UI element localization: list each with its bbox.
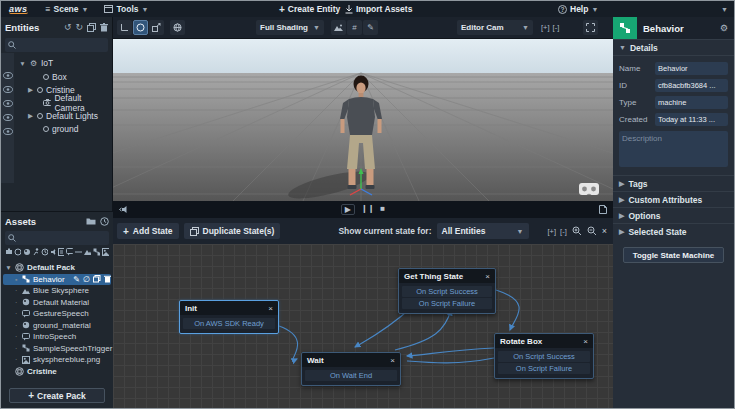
entity-row-default-camera[interactable]: Default Camera bbox=[1, 96, 112, 109]
undo-icon[interactable]: ↺ bbox=[64, 22, 72, 32]
entity-row-ground[interactable]: ground bbox=[1, 122, 112, 135]
fullscreen-icon[interactable] bbox=[583, 20, 598, 35]
filter-entity-icon[interactable] bbox=[5, 248, 12, 256]
stop-button[interactable]: ■ bbox=[380, 204, 385, 215]
description-field[interactable] bbox=[619, 131, 728, 167]
eye-icon[interactable] bbox=[3, 100, 13, 107]
import-assets-button[interactable]: Import Assets bbox=[345, 1, 412, 17]
asset-row-skysphereblue[interactable]: · skysphereblue.png bbox=[1, 354, 113, 366]
trash-icon[interactable] bbox=[104, 275, 111, 283]
asset-row-ground-material[interactable]: · ground_material bbox=[1, 320, 113, 332]
translate-tool-button[interactable] bbox=[117, 20, 132, 35]
zoom-out-icon[interactable] bbox=[587, 226, 597, 236]
asset-pack-default[interactable]: ▼ Default Pack bbox=[1, 262, 113, 274]
gear-icon[interactable]: ⚙ bbox=[720, 23, 734, 33]
play-button[interactable]: ▶ bbox=[341, 204, 355, 215]
asset-row-samplespeechtrigger[interactable]: · SampleSpeechTrigger bbox=[1, 343, 113, 355]
transition-row[interactable]: On Script Failure bbox=[402, 298, 492, 309]
shading-mode-dropdown[interactable]: Full Shading▼ bbox=[256, 20, 324, 35]
transition-row[interactable]: On Script Failure bbox=[498, 363, 590, 374]
add-state-button[interactable]: +Add State bbox=[117, 223, 179, 239]
asset-row-blue-skysphere[interactable]: · Blue Skysphere bbox=[1, 285, 113, 297]
close-icon[interactable]: × bbox=[485, 272, 490, 281]
state-node-init[interactable]: Init× On AWS SDK Ready bbox=[179, 300, 279, 334]
filter-texture-icon[interactable] bbox=[102, 248, 109, 256]
redo-icon[interactable]: ↻ bbox=[75, 22, 83, 32]
state-node-rotate-box[interactable]: Rotate Box× On Script Success On Script … bbox=[494, 333, 594, 379]
vr-headset-icon[interactable] bbox=[579, 183, 599, 195]
eye-icon[interactable] bbox=[3, 72, 13, 79]
entity-row-box[interactable]: Box bbox=[1, 70, 112, 83]
filter-timeline-icon[interactable] bbox=[41, 248, 48, 256]
toggle-state-machine-button[interactable]: Toggle State Machine bbox=[623, 247, 724, 263]
assets-search[interactable] bbox=[5, 231, 109, 245]
eye-icon[interactable] bbox=[3, 114, 13, 121]
folder-icon[interactable] bbox=[86, 217, 96, 225]
close-icon[interactable]: × bbox=[268, 304, 273, 313]
tools-menu[interactable]: Tools▼ bbox=[96, 1, 156, 17]
scale-tool-button[interactable] bbox=[149, 20, 164, 35]
asset-row-introspeech[interactable]: · IntroSpeech bbox=[1, 331, 113, 343]
asset-row-gesturespeech[interactable]: · GestureSpeech bbox=[1, 308, 113, 320]
entities-search[interactable] bbox=[5, 38, 108, 52]
asset-row-behavior[interactable]: ▪ Behavior ✎ ∅ bbox=[3, 274, 111, 286]
grid-toggle-button[interactable]: # bbox=[347, 20, 362, 35]
filter-material-icon[interactable] bbox=[23, 248, 30, 256]
eye-icon[interactable] bbox=[3, 128, 13, 135]
state-machine-canvas[interactable]: Init× On AWS SDK Ready Get Thing State× … bbox=[113, 244, 613, 409]
duplicate-icon[interactable] bbox=[93, 275, 101, 283]
filter-curve-icon[interactable] bbox=[75, 248, 82, 256]
asset-pack-cristine[interactable]: Cristine bbox=[1, 366, 113, 378]
scene-menu[interactable]: ≡Scene▼ bbox=[38, 1, 97, 17]
edit-pencil-icon[interactable]: ✎ bbox=[73, 275, 80, 284]
duplicate-icon[interactable] bbox=[87, 23, 96, 32]
asset-row-default-material[interactable]: · Default Material bbox=[1, 297, 113, 309]
expander-closed-icon[interactable]: ▶ bbox=[27, 86, 34, 94]
expander-open-icon[interactable]: ▼ bbox=[19, 60, 26, 67]
expander-open-icon[interactable]: ▼ bbox=[5, 264, 12, 271]
eraser-icon[interactable]: ∅ bbox=[83, 275, 90, 284]
trash-icon[interactable] bbox=[100, 23, 108, 32]
state-node-get-thing-state[interactable]: Get Thing State× On Script Success On Sc… bbox=[398, 268, 496, 314]
3d-viewport[interactable] bbox=[113, 39, 613, 201]
rotate-tool-button[interactable] bbox=[133, 20, 148, 35]
entities-search-input[interactable] bbox=[19, 41, 105, 50]
filter-mesh-icon[interactable] bbox=[14, 248, 21, 256]
transition-row[interactable]: On Script Success bbox=[498, 351, 590, 362]
filter-script-icon[interactable] bbox=[58, 248, 64, 256]
section-custom-attributes[interactable]: ▶Custom Attributes bbox=[613, 191, 734, 207]
duplicate-state-button[interactable]: Duplicate State(s) bbox=[184, 223, 281, 239]
state-node-wait[interactable]: Wait× On Wait End bbox=[301, 352, 401, 386]
section-options[interactable]: ▶Options bbox=[613, 207, 734, 223]
entity-row-iot[interactable]: ▼ ⚙ IoT bbox=[1, 56, 112, 70]
close-icon[interactable]: × bbox=[583, 337, 588, 346]
expander-closed-icon[interactable]: ▶ bbox=[27, 112, 34, 120]
user-menu-caret[interactable]: ▼ bbox=[721, 1, 728, 17]
filter-statemachine-icon[interactable] bbox=[93, 248, 100, 256]
post-effects-button[interactable] bbox=[331, 20, 346, 35]
entity-filter-dropdown[interactable]: All Entities▼ bbox=[437, 223, 529, 239]
fit-selection-icon[interactable]: [+] bbox=[548, 227, 557, 236]
frame-all-icon[interactable]: [-] bbox=[553, 20, 560, 35]
filter-speech-icon[interactable] bbox=[66, 248, 73, 256]
close-state-machine-icon[interactable]: × bbox=[602, 226, 607, 236]
section-details[interactable]: ▼Details bbox=[613, 39, 734, 55]
transition-row[interactable]: On Wait End bbox=[305, 370, 397, 381]
filter-skybox-icon[interactable] bbox=[84, 248, 91, 256]
section-tags[interactable]: ▶Tags bbox=[613, 175, 734, 191]
help-menu[interactable]: ?Help▼ bbox=[558, 1, 598, 17]
fit-all-icon[interactable]: [-] bbox=[560, 227, 567, 236]
transition-row[interactable]: On Script Success bbox=[402, 286, 492, 297]
world-local-space-button[interactable] bbox=[170, 20, 185, 35]
create-pack-button[interactable]: + Create Pack bbox=[9, 388, 105, 403]
filter-animation-icon[interactable] bbox=[32, 248, 39, 256]
transition-row[interactable]: On AWS SDK Ready bbox=[183, 318, 275, 329]
frame-selection-icon[interactable]: [+] bbox=[541, 20, 550, 35]
camera-dropdown[interactable]: Editor Cam▼ bbox=[457, 20, 533, 35]
create-entity-button[interactable]: +Create Entity bbox=[279, 1, 340, 17]
assets-search-input[interactable] bbox=[19, 234, 106, 243]
close-icon[interactable]: × bbox=[390, 356, 395, 365]
entity-row-default-lights[interactable]: ▶ Default Lights bbox=[1, 109, 112, 122]
name-field[interactable] bbox=[655, 62, 728, 75]
edit-mode-button[interactable]: ✎ bbox=[363, 20, 378, 35]
